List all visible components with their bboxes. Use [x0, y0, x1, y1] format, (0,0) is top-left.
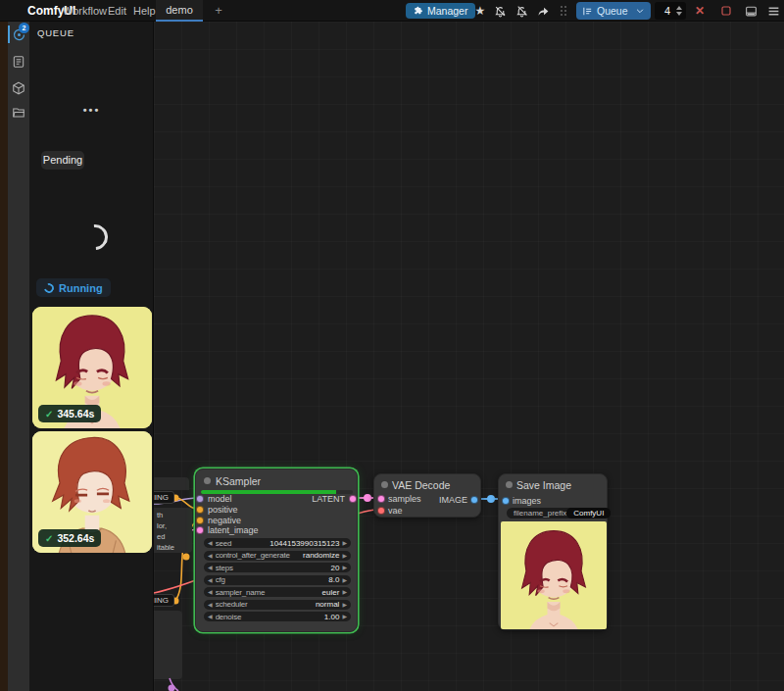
widget-next-icon[interactable]: ▶: [342, 563, 347, 572]
input-port-samples[interactable]: [377, 495, 385, 503]
bell-slash-icon[interactable]: [493, 4, 507, 18]
widget-next-icon[interactable]: ▶: [342, 538, 347, 548]
input-label-positive: positive: [208, 505, 238, 515]
duration-badge: ✓ 345.64s: [38, 405, 101, 422]
input-port-negative[interactable]: [196, 517, 204, 524]
widget-name: steps: [216, 564, 331, 572]
check-icon: ✓: [45, 533, 53, 544]
output-port-image[interactable]: [470, 496, 478, 504]
widget-seed[interactable]: ◀ seed 1044153990315123 ▶: [204, 538, 351, 548]
widget-name: seed: [216, 539, 270, 548]
widget-next-icon[interactable]: ▶: [342, 600, 347, 610]
widget-prev-icon[interactable]: ◀: [208, 575, 213, 585]
widget-prev-icon[interactable]: ◀: [208, 612, 213, 621]
saved-image-preview[interactable]: [501, 521, 607, 629]
collapse-dot[interactable]: [204, 477, 211, 484]
hamburger-menu-icon[interactable]: [766, 4, 780, 18]
queue-result-image-1[interactable]: ✓ 345.64s: [32, 307, 152, 428]
widget-prev-icon[interactable]: ◀: [208, 563, 213, 572]
queue-button[interactable]: Queue: [576, 2, 651, 20]
input-label-images: images: [513, 496, 541, 506]
pending-section-badge[interactable]: Pending: [41, 151, 84, 170]
widget-next-icon[interactable]: ▶: [342, 587, 347, 597]
drag-handle-icon[interactable]: [559, 4, 568, 18]
collapse-dot[interactable]: [506, 481, 513, 488]
check-icon: ✓: [45, 409, 53, 420]
output-port-latent[interactable]: [349, 495, 357, 503]
widget-denoise[interactable]: ◀ denoise 1.00 ▶: [204, 612, 351, 621]
widget-filename-prefix[interactable]: filename_prefix ComfyUI: [507, 508, 601, 518]
bottom-panel-toggle-icon[interactable]: [744, 4, 758, 18]
widget-cfg[interactable]: ◀ cfg 8.0 ▶: [204, 575, 351, 585]
queue-button-label: Queue: [597, 5, 628, 17]
widget-next-icon[interactable]: ▶: [342, 551, 347, 561]
node-title: VAE Decode: [392, 479, 450, 491]
running-section-badge[interactable]: Running: [36, 278, 111, 297]
clipped-prompt-text[interactable]: th lor, ed itable: [154, 508, 192, 553]
sidebar-rail: 2: [8, 22, 29, 691]
widget-prev-icon[interactable]: ◀: [208, 587, 213, 597]
widget-name: control_after_generate: [216, 551, 303, 560]
widget-value: 1.00: [324, 613, 340, 621]
cancel-run-icon[interactable]: ✕: [695, 3, 705, 19]
node-graph-canvas[interactable]: NING th lor, ed itable NING KSampler mod…: [154, 22, 784, 691]
input-label-latent-image: latent_image: [208, 525, 259, 535]
workflow-tab-demo[interactable]: demo: [156, 0, 203, 22]
input-port-vae[interactable]: [377, 507, 385, 515]
node-save-image[interactable]: Save Image images filename_prefix ComfyU…: [498, 473, 608, 630]
input-port-latent-image[interactable]: [196, 526, 204, 534]
puzzle-icon: [414, 6, 423, 16]
widget-control-after-generate[interactable]: ◀ control_after_generate randomize ▶: [204, 551, 351, 561]
menu-edit[interactable]: Edit: [108, 0, 126, 22]
stop-icon[interactable]: [719, 4, 733, 18]
menu-help[interactable]: Help: [133, 0, 156, 22]
clipped-textarea[interactable]: [154, 611, 182, 679]
stepper-down-icon[interactable]: [676, 12, 682, 16]
queue-more-ellipsis[interactable]: •••: [29, 104, 154, 116]
widget-value: ComfyUI: [566, 508, 611, 518]
input-label-samples: samples: [388, 494, 421, 504]
input-port-model[interactable]: [196, 495, 204, 503]
top-menubar: ComfyUI Workflow Edit Help demo + Manage…: [0, 0, 784, 22]
sidebar-item-model-library[interactable]: [12, 81, 26, 96]
stepper-up-icon[interactable]: [676, 6, 682, 10]
input-label-model: model: [208, 494, 232, 504]
node-vae-decode[interactable]: VAE Decode samples vae IMAGE: [373, 473, 481, 518]
desktop-background-strip: [0, 22, 8, 691]
clipped-node-header: [154, 477, 189, 490]
widget-name: denoise: [216, 613, 324, 621]
queue-result-image-2[interactable]: ✓ 352.64s: [32, 431, 152, 553]
node-ksampler[interactable]: KSampler model positive negative latent_…: [195, 469, 358, 632]
widget-next-icon[interactable]: ▶: [342, 575, 347, 585]
batch-count-input[interactable]: 4: [655, 2, 686, 20]
chevron-down-icon[interactable]: [635, 6, 645, 16]
input-port-positive[interactable]: [196, 506, 204, 514]
share-arrow-icon[interactable]: [536, 4, 550, 18]
widget-next-icon[interactable]: ▶: [342, 612, 347, 621]
widget-sampler-name[interactable]: ◀ sampler_name euler ▶: [204, 587, 351, 597]
new-tab-button[interactable]: +: [211, 0, 226, 22]
duration-text: 352.64s: [57, 532, 94, 544]
widget-value: 8.0: [328, 575, 339, 584]
widget-value: 1044153990315123: [270, 539, 339, 548]
menu-workflow[interactable]: Workflow: [63, 0, 107, 22]
widget-prev-icon[interactable]: ◀: [208, 600, 213, 610]
manager-button[interactable]: Manager: [406, 3, 475, 19]
queue-panel: QUEUE ••• Pending Running ✓ 345.64s ✓ 35…: [29, 22, 154, 691]
input-port-images[interactable]: [502, 497, 510, 505]
widget-scheduler[interactable]: ◀ scheduler normal ▶: [204, 600, 351, 610]
widget-prev-icon[interactable]: ◀: [208, 538, 213, 548]
star-icon[interactable]: ★: [473, 4, 487, 18]
bell-slash-icon-2[interactable]: [514, 4, 528, 18]
queue-list-icon: [582, 6, 593, 17]
collapse-dot[interactable]: [381, 481, 388, 488]
widget-steps[interactable]: ◀ steps 20 ▶: [204, 563, 351, 572]
batch-count-stepper[interactable]: [676, 6, 682, 16]
running-spinner-icon: [42, 281, 56, 295]
running-status-badge-bottom: NING: [154, 594, 174, 607]
node-title: Save Image: [516, 479, 571, 491]
sidebar-item-workflows[interactable]: [12, 106, 26, 121]
output-label-latent: LATENT: [312, 494, 345, 504]
widget-prev-icon[interactable]: ◀: [208, 551, 213, 561]
sidebar-item-node-library[interactable]: [12, 55, 26, 70]
